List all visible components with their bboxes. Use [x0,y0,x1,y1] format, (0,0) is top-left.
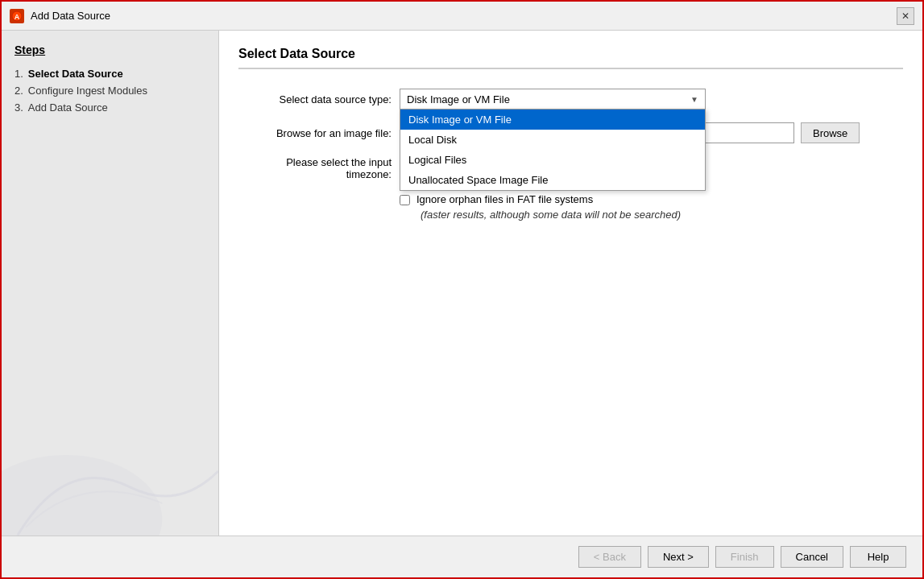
browse-label: Browse for an image file: [238,127,392,139]
cancel-button[interactable]: Cancel [781,546,843,568]
step-item-2: 2. Configure Ingest Modules [15,85,205,97]
finish-button[interactable]: Finish [715,546,774,568]
title-bar-left: A Add Data Source [10,9,110,23]
step-label-2: Configure Ingest Modules [28,85,147,97]
browse-button[interactable]: Browse [801,122,860,143]
window-title: Add Data Source [31,10,110,22]
back-button[interactable]: < Back [578,546,641,568]
source-type-label: Select data source type: [238,93,392,105]
step-num-2: 2. [15,85,23,97]
sidebar-watermark [2,391,218,536]
dropdown-option-local-disk[interactable]: Local Disk [400,130,705,150]
checkbox-note: (faster results, although some data will… [421,209,903,221]
steps-title: Steps [15,43,205,56]
dialog-window: A Add Data Source ✕ Steps 1. Select Data… [0,0,924,579]
orphan-files-checkbox[interactable] [400,195,410,205]
main-panel: Select Data Source Select data source ty… [219,31,922,536]
dropdown-selected-value: Disk Image or VM File [407,93,510,105]
timezone-label: Please select the input timezone: [238,156,392,180]
step-item-3: 3. Add Data Source [15,101,205,114]
svg-text:A: A [15,13,20,21]
dropdown-option-disk-image[interactable]: Disk Image or VM File [400,110,705,130]
dropdown-option-logical-files[interactable]: Logical Files [400,150,705,170]
app-icon: A [10,9,24,23]
step-num-3: 3. [15,101,23,114]
footer: < Back Next > Finish Cancel Help [2,536,922,577]
close-button[interactable]: ✕ [897,7,914,25]
checkbox-row: Ignore orphan files in FAT file systems [400,193,903,205]
step-label-3: Add Data Source [28,101,108,114]
steps-list: 1. Select Data Source 2. Configure Inges… [15,68,205,114]
title-bar: A Add Data Source ✕ [2,2,922,31]
orphan-files-label: Ignore orphan files in FAT file systems [416,193,593,205]
dropdown-menu: Disk Image or VM File Local Disk Logical… [400,109,706,191]
next-button[interactable]: Next > [648,546,709,568]
dropdown-option-unallocated[interactable]: Unallocated Space Image File [400,170,705,190]
help-button[interactable]: Help [850,546,906,568]
source-type-dropdown[interactable]: Disk Image or VM File ▼ [400,89,706,110]
content-area: Steps 1. Select Data Source 2. Configure… [2,31,922,536]
step-label-1: Select Data Source [28,68,123,80]
step-item-1: 1. Select Data Source [15,68,205,80]
sidebar: Steps 1. Select Data Source 2. Configure… [2,31,219,536]
panel-title: Select Data Source [238,47,903,69]
dropdown-arrow-icon: ▼ [690,95,698,104]
step-num-1: 1. [15,68,23,80]
source-type-dropdown-container: Disk Image or VM File ▼ Disk Image or VM… [400,89,706,110]
source-type-row: Select data source type: Disk Image or V… [238,89,903,110]
